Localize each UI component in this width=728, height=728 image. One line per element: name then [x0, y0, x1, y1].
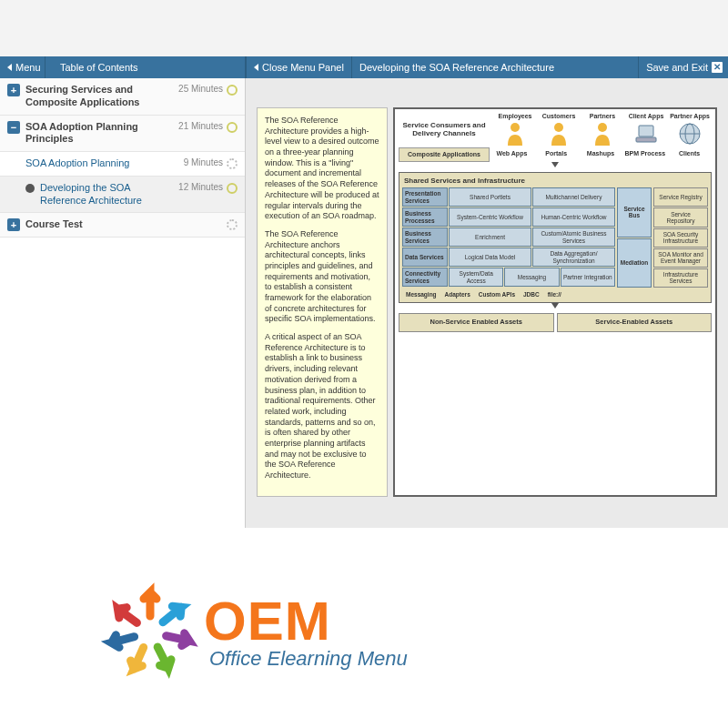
menu-label: Menu: [15, 62, 41, 73]
consumer-label: Client Apps: [624, 113, 668, 120]
consumer-customers: Customers: [537, 113, 581, 146]
footer-text: OEM Office Elearning Menu: [204, 594, 408, 671]
consumer-label: Customers: [537, 113, 581, 120]
toc-label: Developing the SOA Reference Architectur…: [40, 182, 178, 207]
composite-apps-row: Composite Applications Web Apps Portals …: [399, 147, 712, 162]
expand-icon[interactable]: +: [7, 218, 20, 231]
playing-icon: [25, 184, 35, 193]
arrows-logo-icon: [100, 582, 200, 682]
consumer-partner-apps: Partner Apps: [668, 113, 712, 146]
lesson-title-text: Developing the SOA Reference Architectur…: [359, 62, 554, 73]
right-cell: Service Registry: [653, 187, 708, 207]
toc-subitem-current[interactable]: Developing the SOA Reference Architectur…: [0, 177, 245, 214]
consumer-employees: Employees: [493, 113, 537, 146]
protocol: Custom APIs: [475, 289, 519, 299]
mediation: Mediation: [617, 238, 652, 288]
toc-label: Securing Services and Composite Applicat…: [25, 84, 178, 109]
clock-icon: [227, 122, 238, 133]
toc-subitem[interactable]: SOA Adoption Planning 9 Minutes: [0, 152, 245, 177]
toc-label: Table of Contents: [60, 62, 138, 73]
svg-rect-4: [636, 137, 656, 142]
description-box: The SOA Reference Architecture provides …: [257, 107, 388, 497]
chevron-left-icon: [7, 64, 12, 71]
toc-header: Table of Contents: [46, 56, 246, 78]
toc-duration: 21 Minutes: [178, 121, 223, 131]
loading-icon: [227, 219, 238, 230]
toc-section[interactable]: − SOA Adoption Planning Principles 21 Mi…: [0, 116, 245, 153]
description-p3: A critical aspect of an SOA Reference Ar…: [265, 332, 379, 481]
content-panel: The SOA Reference Architecture provides …: [246, 78, 728, 528]
description-p2: The SOA Reference Architecture anchors a…: [265, 229, 379, 325]
down-arrow-icon: [399, 162, 712, 169]
protocol: Adapters: [441, 289, 474, 299]
footer-brand: OEM Office Elearning Menu: [0, 546, 728, 719]
person-icon: [592, 122, 612, 146]
brand-tagline: Office Elearning Menu: [209, 647, 408, 671]
layer-cell: Custom/Atomic Business Services: [532, 228, 615, 247]
layer-cell: System-Centric Workflow: [449, 207, 531, 227]
layer-cell: Shared Portlets: [449, 187, 531, 207]
layer-cell: Multichannel Delivery: [532, 187, 615, 207]
chevron-left-icon: [254, 64, 258, 71]
save-exit-label: Save and Exit: [646, 62, 708, 73]
person-icon: [549, 122, 569, 146]
clock-icon: [227, 85, 238, 96]
close-panel-label: Close Menu Panel: [262, 62, 344, 73]
layer-name: Business Processes: [402, 207, 448, 227]
person-icon: [505, 122, 525, 146]
asset-cell: Service-Enabled Assets: [557, 313, 713, 332]
loading-icon: [227, 158, 238, 169]
globe-icon: [678, 122, 702, 146]
shared-services-box: Shared Services and Infrastructure Prese…: [399, 172, 712, 303]
right-cell: Infrastructure Services: [653, 268, 708, 288]
toc-label: SOA Adoption Planning: [25, 157, 184, 170]
comp-app: Mashups: [579, 147, 623, 162]
comp-app: Clients: [667, 147, 712, 162]
topbar: Menu Table of Contents Close Menu Panel …: [0, 56, 728, 78]
svg-point-2: [598, 123, 607, 132]
close-panel-button[interactable]: Close Menu Panel: [246, 56, 352, 78]
save-exit-button[interactable]: Save and Exit ✕: [639, 56, 728, 78]
layers-column: Presentation ServicesShared PortletsMult…: [402, 187, 615, 288]
lesson-title: Developing the SOA Reference Architectur…: [352, 56, 639, 78]
svg-point-0: [511, 123, 520, 132]
layer-cell: System/Data Access: [449, 268, 503, 287]
down-arrow-icon: [399, 303, 712, 310]
menu-button[interactable]: Menu: [0, 56, 46, 78]
layer-cell: Data Aggregation/ Synchronization: [532, 248, 615, 267]
protocol: JDBC: [520, 289, 543, 299]
comp-app: Web Apps: [490, 147, 534, 162]
sidebar: + Securing Services and Composite Applic…: [0, 78, 246, 528]
svg-point-1: [554, 123, 563, 132]
composite-apps-header: Composite Applications: [399, 147, 490, 162]
consumer-client-apps: Client Apps: [624, 113, 668, 146]
toc-duration: 12 Minutes: [178, 182, 223, 192]
collapse-icon[interactable]: −: [7, 121, 20, 134]
protocols-row: Messaging Adapters Custom APIs JDBC file…: [402, 289, 708, 299]
bus-column: Service Bus Mediation: [617, 187, 652, 288]
layer-name: Presentation Services: [402, 187, 448, 207]
clock-icon: [227, 183, 238, 194]
protocol: file://: [544, 289, 565, 299]
layer-name: Connectivity Services: [402, 268, 448, 287]
consumers-icons: Employees Customers Partners Client: [493, 113, 712, 146]
layer-cell: Enrichment: [449, 228, 531, 247]
toc-label: Course Test: [25, 218, 223, 231]
toc-section[interactable]: + Securing Services and Composite Applic…: [0, 78, 245, 116]
consumer-label: Partners: [581, 113, 624, 120]
layer-cell: Logical Data Model: [449, 248, 531, 267]
consumers-label: Service Consumers and Delivery Channels: [399, 113, 490, 146]
right-cell: Service Repository: [653, 207, 708, 227]
comp-app: BPM Process: [622, 147, 667, 162]
toc-duration: 9 Minutes: [184, 157, 223, 167]
layer-cell: Messaging: [504, 268, 559, 287]
expand-icon[interactable]: +: [7, 84, 20, 96]
right-cell: SOA Monitor and Event Manager: [653, 248, 708, 268]
toc-label: SOA Adoption Planning Principles: [25, 121, 178, 147]
consumer-label: Partner Apps: [668, 113, 712, 120]
asset-cell: Non-Service Enabled Assets: [399, 313, 554, 332]
svg-rect-3: [639, 126, 653, 136]
layer-cell: Human-Centric Workflow: [532, 207, 615, 227]
toc-section[interactable]: + Course Test: [0, 213, 245, 238]
assets-row: Non-Service Enabled Assets Service-Enabl…: [399, 313, 712, 332]
